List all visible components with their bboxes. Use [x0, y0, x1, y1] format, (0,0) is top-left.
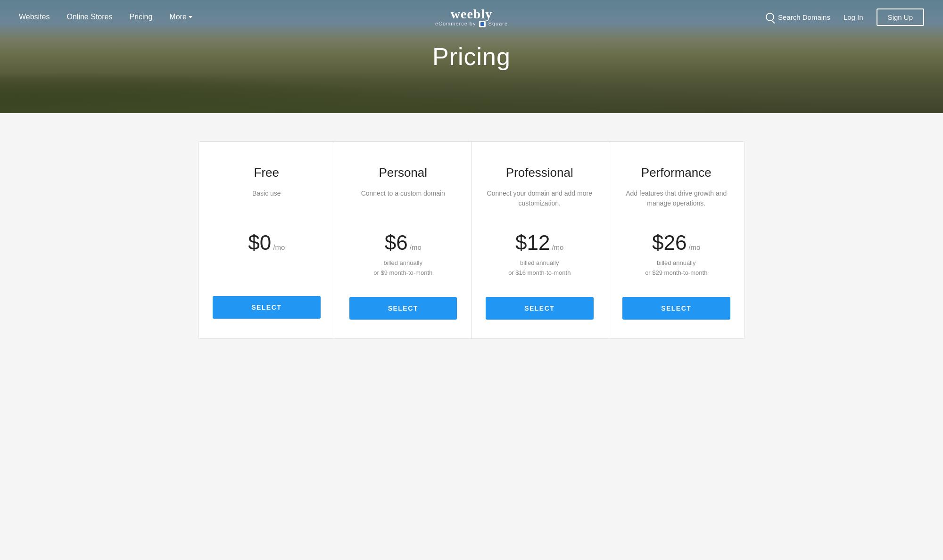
plan-price-free: $0 /mo	[248, 231, 285, 255]
plan-price-mo-professional: /mo	[552, 243, 563, 251]
nav-link-pricing[interactable]: Pricing	[129, 13, 152, 21]
plan-price-mo-performance: /mo	[688, 243, 700, 251]
plan-card-free: Free Basic use $0 /mo SELECT	[199, 142, 335, 338]
nav-link-online-stores[interactable]: Online Stores	[67, 13, 113, 21]
plan-billing-performance: billed annually or $29 month-to-month	[645, 258, 707, 278]
plan-desc-free: Basic use	[252, 189, 281, 212]
search-icon	[766, 13, 774, 21]
plan-card-performance: Performance Add features that drive grow…	[608, 142, 745, 338]
search-domains-button[interactable]: Search Domains	[766, 13, 830, 21]
navbar: Websites Online Stores Pricing More weeb…	[0, 0, 943, 34]
plan-price-professional: $12 /mo	[515, 231, 563, 255]
login-button[interactable]: Log In	[844, 13, 863, 21]
plan-desc-performance: Add features that drive growth and manag…	[622, 189, 731, 212]
logo-sub: eCommerce by Square	[435, 21, 508, 27]
plan-price-big-personal: $6	[385, 231, 408, 255]
hero-title: Pricing	[432, 42, 511, 71]
nav-link-websites[interactable]: Websites	[19, 13, 50, 21]
plan-price-mo-free: /mo	[273, 243, 285, 251]
plan-billing-personal: billed annually or $9 month-to-month	[373, 258, 432, 278]
plans-grid: Free Basic use $0 /mo SELECT Personal Co…	[198, 141, 745, 339]
plan-price-mo-personal: /mo	[410, 243, 422, 251]
plan-price-big-professional: $12	[515, 231, 550, 255]
plan-name-professional: Professional	[506, 165, 573, 180]
plan-name-free: Free	[254, 165, 279, 180]
plan-price-big-performance: $26	[652, 231, 687, 255]
nav-logo[interactable]: weebly eCommerce by Square	[435, 7, 508, 27]
select-button-professional[interactable]: SELECT	[486, 297, 594, 320]
square-icon	[479, 21, 486, 27]
logo-text: weebly	[435, 7, 508, 22]
nav-left: Websites Online Stores Pricing More	[19, 13, 192, 21]
select-button-performance[interactable]: SELECT	[622, 297, 731, 320]
signup-button[interactable]: Sign Up	[877, 8, 924, 26]
nav-right: Search Domains Log In Sign Up	[766, 8, 924, 26]
plan-card-personal: Personal Connect to a custom domain $6 /…	[335, 142, 472, 338]
plan-price-personal: $6 /mo	[385, 231, 422, 255]
select-button-personal[interactable]: SELECT	[349, 297, 457, 320]
plan-card-professional: Professional Connect your domain and add…	[472, 142, 608, 338]
plan-name-performance: Performance	[641, 165, 711, 180]
nav-link-more[interactable]: More	[169, 13, 192, 21]
plan-desc-personal: Connect to a custom domain	[361, 189, 445, 212]
plan-desc-professional: Connect your domain and add more customi…	[486, 189, 594, 212]
select-button-free[interactable]: SELECT	[213, 296, 321, 319]
plan-billing-professional: billed annually or $16 month-to-month	[508, 258, 571, 278]
plan-price-performance: $26 /mo	[652, 231, 700, 255]
main-content: Free Basic use $0 /mo SELECT Personal Co…	[0, 113, 943, 396]
plan-price-big-free: $0	[248, 231, 271, 255]
chevron-down-icon	[189, 16, 192, 18]
plan-name-personal: Personal	[379, 165, 427, 180]
